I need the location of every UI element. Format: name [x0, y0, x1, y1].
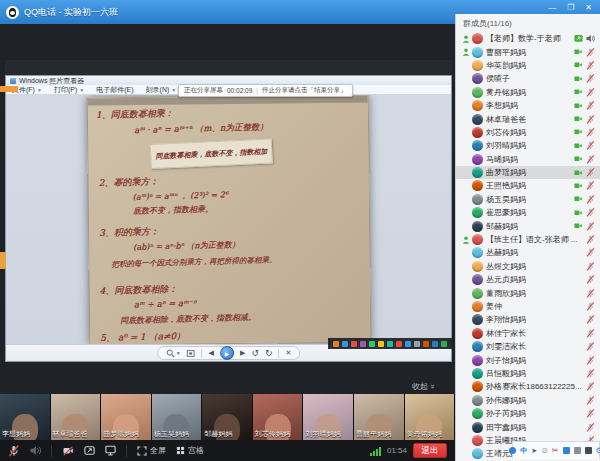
tray-icon[interactable]: [369, 341, 375, 347]
next-image-button[interactable]: ▶: [240, 348, 245, 358]
member-row[interactable]: 杨玉昊妈妈: [456, 193, 600, 206]
member-row[interactable]: 刘雯洁家长: [456, 340, 600, 353]
member-row[interactable]: 王照艳妈妈: [456, 179, 600, 192]
camera-off-button[interactable]: [62, 446, 74, 456]
viewer-menu-item-3[interactable]: 刻录(N)▼: [146, 85, 177, 95]
video-thumbnail[interactable]: 刘芯伶妈妈: [253, 394, 304, 440]
viewer-menu-item-2[interactable]: 电子邮件(E): [96, 85, 133, 95]
qq-main-panel-dock: 中➤⊘✂⚙: [512, 441, 600, 459]
member-name: 丛煜文妈妈: [486, 261, 583, 272]
member-row[interactable]: 刘子怡妈妈: [456, 353, 600, 366]
video-thumbnail[interactable]: 杨玉昊妈妈: [152, 394, 203, 440]
display-button[interactable]: [105, 445, 116, 456]
previous-image-button[interactable]: ◀: [209, 348, 214, 358]
close-button[interactable]: ✕: [585, 2, 592, 14]
tray-icon[interactable]: [378, 341, 384, 347]
video-thumbnail[interactable]: 邹赫妈妈: [202, 394, 253, 440]
contacts-icon[interactable]: [509, 447, 516, 454]
member-row[interactable]: 华英韵妈妈: [456, 59, 600, 72]
tray-icon[interactable]: [333, 341, 339, 347]
member-row[interactable]: 孙子芮妈妈: [456, 407, 600, 420]
message-box-icon[interactable]: [563, 447, 570, 454]
share-stop-hint[interactable]: 停止分享请点击「结束分享」: [262, 86, 347, 95]
zoom-tool-button[interactable]: ▼: [166, 348, 181, 358]
member-row[interactable]: 丛赫妈妈: [456, 246, 600, 259]
member-row[interactable]: 侯喳子: [456, 72, 600, 85]
member-row[interactable]: 【老师】数学-于老师: [456, 32, 600, 45]
member-row[interactable]: 李翔怡妈妈: [456, 313, 600, 326]
handwritten-line: 同底数幂相除，底数不变，指数相减。: [119, 311, 255, 326]
member-row[interactable]: 吕恒毅妈妈: [456, 367, 600, 380]
video-thumbnail[interactable]: 黄丹铭妈妈: [405, 394, 456, 440]
avatar: [472, 180, 483, 191]
tray-icon[interactable]: [387, 341, 393, 347]
member-row[interactable]: 曹丽平妈妈: [456, 45, 600, 58]
member-row[interactable]: 丛元贞妈妈: [456, 273, 600, 286]
window-controls: — ❐ ✕: [548, 2, 592, 14]
member-row[interactable]: 林卓瑞爸爸: [456, 112, 600, 125]
member-row[interactable]: 董雨欣妈妈: [456, 286, 600, 299]
tray-icon[interactable]: [441, 341, 447, 347]
handwritten-line: aᵐ · aⁿ = aᵐ⁺ⁿ （m、n为正整数）: [133, 121, 267, 137]
notebook-photo: 同底数幂相乘，底数不变，指数相加 1、同底数幂相乘：aᵐ · aⁿ = aᵐ⁺ⁿ…: [86, 95, 371, 344]
exit-call-button[interactable]: 退出: [413, 443, 447, 458]
do-not-disturb-icon[interactable]: ⊘: [541, 447, 548, 455]
fit-to-window-button[interactable]: [187, 349, 196, 358]
tray-icon[interactable]: [405, 341, 411, 347]
video-thumbnail[interactable]: 李想妈妈: [0, 394, 51, 440]
share-screen-button[interactable]: [84, 445, 95, 456]
screenshot-icon[interactable]: ✂: [552, 447, 559, 455]
rotate-right-button[interactable]: ↻: [265, 348, 273, 358]
member-row[interactable]: 丛煜文妈妈: [456, 260, 600, 273]
pointer-icon[interactable]: ➤: [531, 447, 537, 455]
video-thumbnail[interactable]: 曹丽平妈妈: [354, 394, 405, 440]
input-method-icon[interactable]: 中: [520, 447, 527, 455]
member-row[interactable]: 李想妈妈: [456, 99, 600, 112]
delete-image-button[interactable]: ✕: [285, 348, 291, 358]
member-row[interactable]: 刘羽晴妈妈: [456, 139, 600, 152]
call-timer: 01:54: [387, 446, 407, 455]
friend-manager-icon[interactable]: [574, 447, 581, 454]
microphone-muted-button[interactable]: [8, 445, 20, 457]
restore-button[interactable]: ❐: [567, 2, 574, 14]
member-row[interactable]: 马晞妈妈: [456, 153, 600, 166]
qq-show-icon[interactable]: [585, 447, 592, 454]
member-row[interactable]: 崔思豪妈妈: [456, 206, 600, 219]
signal-strength-icon: [370, 446, 381, 456]
settings-icon[interactable]: ⚙: [596, 447, 600, 455]
member-row[interactable]: 孙伟娜妈妈: [456, 394, 600, 407]
video-thumbnail[interactable]: 曲梦瑶妈妈: [101, 394, 152, 440]
fullscreen-button[interactable]: 全屏: [137, 445, 166, 456]
member-row[interactable]: 孙格赛家长18663122225...: [456, 380, 600, 393]
collapse-thumbnails-button[interactable]: 收起 »: [412, 381, 434, 392]
member-row[interactable]: 曲梦瑶妈妈: [456, 166, 600, 179]
tray-icon[interactable]: [351, 341, 357, 347]
rotate-left-button[interactable]: ↺: [251, 348, 259, 358]
grid-view-button[interactable]: 宫格: [176, 445, 204, 456]
video-thumbnail[interactable]: 林卓瑞爸爸: [51, 394, 102, 440]
member-row[interactable]: 林佳宁家长: [456, 327, 600, 340]
member-row[interactable]: 黄丹铭妈妈: [456, 86, 600, 99]
member-name: 丛元贞妈妈: [486, 274, 583, 285]
member-row[interactable]: 【班主任】语文-张老师 ...: [456, 233, 600, 246]
minimize-button[interactable]: —: [548, 2, 556, 14]
member-row[interactable]: 刘芯伶妈妈: [456, 126, 600, 139]
tray-icon[interactable]: [414, 341, 420, 347]
tray-icon[interactable]: [432, 341, 438, 347]
participant-name-label: 刘羽晴妈妈: [305, 429, 340, 439]
member-row[interactable]: 邹赫妈妈: [456, 219, 600, 232]
tray-icon[interactable]: [423, 341, 429, 347]
member-row[interactable]: 姜仲: [456, 300, 600, 313]
member-row[interactable]: 田宇鑫妈妈: [456, 420, 600, 433]
tray-icon[interactable]: [342, 341, 348, 347]
member-status-icons: [573, 61, 595, 70]
tray-icon[interactable]: [396, 341, 402, 347]
slideshow-play-button[interactable]: ▶: [220, 346, 234, 360]
grid-label: 宫格: [188, 445, 204, 456]
viewer-menu-item-1[interactable]: 打印(P)▼: [54, 85, 84, 95]
speaker-button[interactable]: [30, 445, 41, 456]
mic-muted-icon: [586, 409, 595, 418]
video-thumbnail[interactable]: 刘羽晴妈妈: [303, 394, 354, 440]
mic-muted-icon: [586, 369, 595, 378]
tray-icon[interactable]: [360, 341, 366, 347]
